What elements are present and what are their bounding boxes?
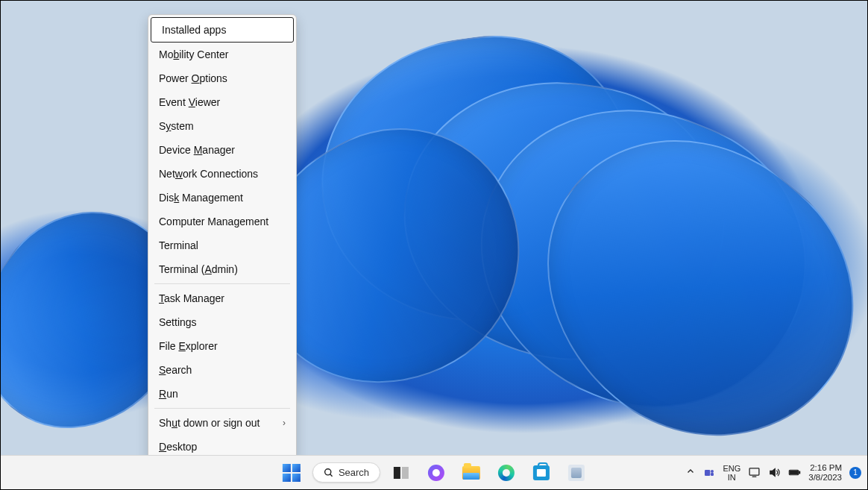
taskbar-search[interactable]: Search [312,462,380,483]
search-label: Search [339,467,369,478]
svg-point-3 [711,470,714,473]
store-icon [533,465,550,480]
svg-rect-2 [705,470,710,476]
menu-item-label: Search [159,363,192,377]
svg-marker-7 [770,469,775,477]
menu-item[interactable]: Computer Management [148,210,296,233]
menu-item-label: Settings [159,315,197,329]
clock-date: 3/8/2023 [808,473,842,483]
chat-button[interactable] [422,459,450,487]
pinned-app-button[interactable] [562,459,591,487]
search-icon [324,468,334,478]
svg-rect-10 [790,471,798,474]
menu-item-label: Device Manager [159,143,235,157]
language-secondary: IN [723,473,740,482]
edge-button[interactable] [492,459,521,487]
language-primary: ENG [723,464,740,473]
chevron-right-icon: › [283,416,286,430]
menu-item[interactable]: Event Viewer [148,90,296,114]
svg-rect-5 [749,468,759,475]
chat-icon [428,465,444,481]
menu-item-label: Computer Management [159,215,268,228]
store-button[interactable] [527,459,556,487]
taskbar: Search ENG IN 2:16 PM 3/8/2023 [1,455,867,489]
menu-item[interactable]: Mobility Center [148,43,296,66]
notification-badge[interactable]: 1 [849,467,861,479]
menu-item[interactable]: Terminal [148,233,296,257]
svg-line-1 [330,474,333,476]
menu-item-label: Task Manager [159,292,224,305]
windows-icon [283,464,301,482]
task-view-icon [394,467,409,479]
file-explorer-button[interactable] [457,459,485,487]
menu-item-label: Disk Management [159,191,243,204]
battery-tray-icon[interactable] [788,466,801,479]
menu-item-label: System [159,119,194,133]
menu-item[interactable]: Terminal (Admin) [148,257,296,281]
menu-item[interactable]: Shut down or sign out› [148,411,296,435]
app-icon [568,465,585,481]
chevron-up-icon [686,467,695,476]
menu-item[interactable]: File Explorer [148,334,296,358]
notification-count: 1 [853,468,858,477]
menu-separator [154,283,290,284]
language-indicator[interactable]: ENG IN [723,464,740,482]
menu-item[interactable]: Device Manager [148,138,296,162]
tray-overflow-button[interactable] [686,467,695,478]
svg-rect-4 [711,473,714,476]
menu-item-label: Installed apps [162,23,226,37]
menu-item-label: Power Options [159,72,227,85]
menu-item[interactable]: Task Manager [148,286,296,310]
edge-icon [498,465,515,481]
folder-icon [462,466,480,480]
menu-item-label: File Explorer [159,339,218,353]
system-tray: ENG IN 2:16 PM 3/8/2023 1 [686,456,861,489]
menu-item-label: Desktop [159,440,197,453]
start-button[interactable] [277,459,306,487]
task-view-button[interactable] [387,459,415,487]
teams-tray-icon[interactable] [702,466,715,479]
menu-item[interactable]: Settings [148,310,296,334]
menu-item[interactable]: System [148,114,296,138]
desktop-wallpaper [1,1,867,489]
menu-item-label: Terminal [159,239,198,252]
menu-item[interactable]: Network Connections [148,162,296,186]
menu-item-label: Network Connections [159,167,258,180]
svg-rect-9 [799,471,800,474]
menu-item[interactable]: Power Options [148,66,296,90]
menu-separator [154,408,290,409]
clock[interactable]: 2:16 PM 3/8/2023 [808,463,842,483]
menu-item[interactable]: Installed apps [151,17,294,43]
taskbar-center-group: Search [277,456,591,489]
display-tray-icon[interactable] [748,466,761,479]
menu-item-label: Event Viewer [159,95,220,109]
menu-item[interactable]: Run [148,382,296,406]
menu-item-label: Run [159,387,178,401]
menu-item-label: Terminal (Admin) [159,263,238,276]
menu-item[interactable]: Disk Management [148,186,296,210]
menu-item[interactable]: Search [148,358,296,382]
winx-context-menu: Installed appsMobility CenterPower Optio… [148,14,297,464]
svg-point-0 [325,468,331,474]
menu-item-label: Mobility Center [159,48,228,61]
volume-tray-icon[interactable] [768,466,781,479]
menu-item-label: Shut down or sign out [159,416,260,430]
clock-time: 2:16 PM [808,463,842,473]
